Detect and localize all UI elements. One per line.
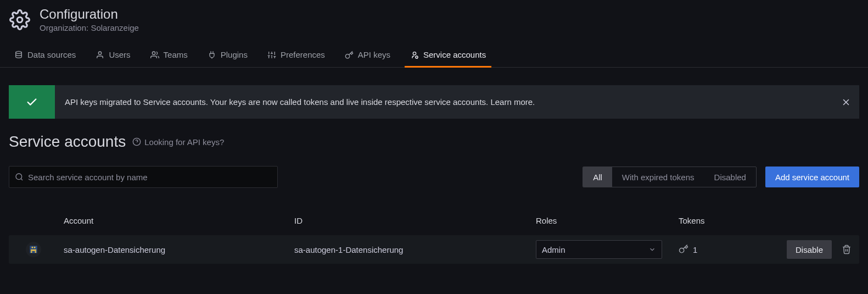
tabs: Data sources Users Teams Plugins Prefere… (0, 32, 868, 68)
tab-data-sources[interactable]: Data sources (9, 46, 81, 68)
svg-rect-22 (32, 247, 33, 248)
tab-users[interactable]: Users (90, 46, 136, 68)
alert-message: API keys migrated to Service accounts. Y… (55, 85, 833, 119)
filter-expired[interactable]: With expired tokens (612, 167, 704, 187)
filter-disabled[interactable]: Disabled (704, 167, 756, 187)
svg-point-19 (16, 174, 22, 180)
svg-rect-23 (34, 247, 36, 248)
tokens-count: 1 (693, 245, 697, 254)
col-header-id: ID (294, 216, 536, 225)
svg-line-20 (21, 179, 23, 180)
chevron-down-icon (648, 246, 656, 253)
tab-label: Teams (164, 50, 188, 59)
add-service-account-button[interactable]: Add service account (765, 167, 859, 187)
page-subtitle: Organization: Solaranzeige (40, 23, 139, 32)
filter-all[interactable]: All (583, 167, 612, 187)
page-title: Configuration (40, 7, 139, 22)
col-header-roles: Roles (536, 216, 679, 225)
tab-teams[interactable]: Teams (145, 46, 193, 68)
search-icon (15, 173, 24, 181)
tab-label: Data sources (27, 50, 76, 59)
check-icon (9, 85, 55, 119)
filter-group: All With expired tokens Disabled (583, 167, 757, 187)
tab-label: API keys (358, 50, 390, 59)
gear-icon (9, 9, 31, 31)
search-input[interactable] (28, 173, 272, 182)
delete-button[interactable] (838, 240, 855, 259)
col-header-tokens: Tokens (679, 216, 772, 225)
cell-account: sa-autogen-Datensicherung (58, 245, 294, 254)
tab-plugins[interactable]: Plugins (202, 46, 253, 68)
svg-point-3 (152, 52, 155, 54)
role-select[interactable]: Admin (536, 240, 662, 259)
role-value: Admin (542, 245, 565, 254)
trash-icon (842, 245, 852, 254)
tab-label: Users (109, 50, 130, 59)
avatar (26, 242, 41, 257)
svg-rect-24 (31, 249, 36, 251)
disable-button[interactable]: Disable (787, 240, 832, 259)
search-input-wrap[interactable] (9, 166, 278, 188)
tab-api-keys[interactable]: API keys (339, 46, 396, 68)
section-title: Service accounts (9, 133, 126, 151)
tab-service-accounts[interactable]: Service accounts (405, 46, 491, 68)
tab-preferences[interactable]: Preferences (262, 46, 331, 68)
tab-label: Preferences (281, 50, 325, 59)
service-accounts-table: Account ID Roles Tokens sa-autogen-Daten… (0, 207, 868, 264)
tab-label: Service accounts (423, 50, 486, 59)
alert-close-button[interactable] (833, 85, 859, 119)
svg-rect-25 (31, 251, 32, 253)
svg-rect-26 (35, 251, 37, 253)
tab-label: Plugins (221, 50, 248, 59)
hint-label: Looking for API keys? (144, 137, 224, 147)
alert-success: API keys migrated to Service accounts. Y… (9, 85, 859, 119)
col-header-account: Account (58, 216, 294, 225)
svg-point-2 (99, 52, 102, 54)
api-keys-hint[interactable]: Looking for API keys? (132, 137, 224, 147)
svg-point-13 (413, 52, 416, 54)
svg-point-0 (17, 17, 23, 23)
cell-id: sa-autogen-1-Datensicherung (294, 245, 536, 254)
key-icon (679, 244, 688, 256)
table-row[interactable]: sa-autogen-Datensicherung sa-autogen-1-D… (9, 235, 859, 264)
svg-point-1 (16, 51, 22, 53)
